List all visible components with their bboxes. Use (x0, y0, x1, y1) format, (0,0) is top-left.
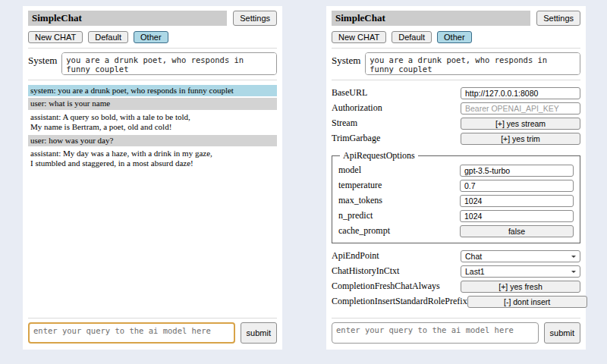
model-input[interactable] (460, 165, 574, 177)
settings-label-apiendpoint: ApiEndPoint (332, 250, 379, 262)
settings-row-cache-prompt: cache_promptfalse (338, 224, 574, 237)
chevron-down-icon (571, 256, 576, 260)
session-button-other[interactable]: Other (134, 31, 168, 43)
api-request-options-fieldset: ApiRequestOptions modeltemperaturemax_to… (332, 150, 580, 243)
chat-message-system: system: you are a drunk poet, who respon… (28, 85, 277, 96)
chathistoryinctxt-select[interactable]: Last1 (461, 265, 580, 278)
chat-message-assistant: assistant: My day was a haze, with a dri… (28, 148, 277, 170)
system-prompt-label: System (332, 52, 360, 75)
chevron-down-icon (571, 271, 576, 275)
spacer (28, 171, 277, 313)
settings-label-max-tokens: max_tokens (338, 195, 382, 206)
trimgarbage-toggle-button[interactable]: [+] yes trim (461, 133, 580, 145)
settings-row-stream: Stream[+] yes stream (332, 117, 580, 130)
session-button-default[interactable]: Default (392, 31, 432, 43)
api-request-options-legend: ApiRequestOptions (340, 150, 418, 162)
baseurl-input[interactable] (461, 87, 580, 99)
settings-rows-bottom: ApiEndPointChatChatHistoryInCtxtLast1Com… (332, 247, 580, 310)
session-button-other[interactable]: Other (437, 31, 472, 43)
session-buttons: DefaultOther (392, 31, 471, 43)
settings-label-completionfreshchatalways: CompletionFreshChatAlways (332, 281, 440, 292)
settings-panel: SimpleChat Settings New CHAT DefaultOthe… (326, 6, 586, 350)
max-tokens-input[interactable] (460, 195, 574, 207)
authorization-input[interactable] (461, 102, 580, 115)
system-prompt-input[interactable]: you are a drunk poet, who responds in fu… (365, 52, 580, 75)
divider (28, 48, 277, 49)
divider (332, 318, 580, 318)
completioninsertstandardroleprefix-toggle-button[interactable]: [-] dont insert (467, 296, 587, 308)
system-prompt-row: System you are a drunk poet, who respond… (28, 52, 277, 75)
submit-button[interactable]: submit (241, 322, 277, 344)
settings-row-completioninsertstandardroleprefix: CompletionInsertStandardRolePrefix[-] do… (332, 295, 580, 308)
settings-label-stream: Stream (332, 118, 357, 129)
query-row: submit (28, 322, 277, 344)
session-buttons: DefaultOther (88, 31, 168, 43)
settings-label-authorization: Authorization (332, 102, 382, 114)
system-prompt-row: System you are a drunk poet, who respond… (332, 52, 580, 75)
n-predict-input[interactable] (460, 210, 574, 222)
header: SimpleChat Settings (332, 11, 580, 26)
divider (28, 80, 277, 80)
new-chat-button[interactable]: New CHAT (332, 31, 386, 43)
apiendpoint-select[interactable]: Chat (461, 250, 580, 262)
settings-label-chathistoryinctxt: ChatHistoryInCtxt (332, 265, 399, 277)
completionfreshchatalways-toggle-button[interactable]: [+] yes fresh (461, 281, 580, 293)
divider (28, 318, 277, 318)
chat-message-list: system: you are a drunk poet, who respon… (28, 85, 277, 171)
divider (332, 80, 580, 80)
chat-message-assistant: assistant: A query so bold, with a tale … (28, 111, 277, 133)
settings-label-n-predict: n_predict (338, 210, 373, 221)
settings-button[interactable]: Settings (233, 11, 277, 26)
settings-row-chathistoryinctxt: ChatHistoryInCtxtLast1 (332, 265, 580, 278)
session-bar: New CHAT DefaultOther (28, 31, 277, 43)
page: { "app": { "title": "SimpleChat", "setti… (0, 0, 607, 364)
settings-label-temperature: temperature (338, 180, 382, 191)
new-chat-button[interactable]: New CHAT (28, 31, 83, 43)
session-button-default[interactable]: Default (88, 31, 128, 43)
spacer (332, 310, 580, 313)
settings-row-n-predict: n_predict (338, 209, 574, 222)
chat-message-user: user: what is your name (28, 98, 277, 109)
query-input[interactable] (28, 322, 235, 344)
session-bar: New CHAT DefaultOther (332, 31, 580, 43)
settings-row-max-tokens: max_tokens (338, 194, 574, 207)
stream-toggle-button[interactable]: [+] yes stream (461, 118, 580, 130)
divider (332, 48, 580, 49)
settings-label-cache-prompt: cache_prompt (338, 225, 390, 237)
system-prompt-label: System (28, 52, 57, 75)
settings-rows-top: BaseURLAuthorizationStream[+] yes stream… (332, 84, 580, 147)
app-title: SimpleChat (332, 11, 530, 26)
query-input[interactable] (332, 322, 539, 344)
selected-option: Last1 (465, 267, 485, 276)
settings-row-model: model (338, 164, 574, 177)
selected-option: Chat (465, 252, 482, 261)
settings-rows-api-request-options: modeltemperaturemax_tokensn_predictcache… (338, 164, 574, 237)
cache-prompt-toggle-button[interactable]: false (460, 225, 574, 237)
settings-row-apiendpoint: ApiEndPointChat (332, 249, 580, 262)
settings-button[interactable]: Settings (536, 11, 580, 26)
settings-row-trimgarbage: TrimGarbage[+] yes trim (332, 132, 580, 145)
chat-message-user: user: how was your day? (28, 135, 277, 146)
settings-row-temperature: temperature (338, 179, 574, 192)
settings-label-baseurl: BaseURL (332, 87, 367, 99)
settings-label-model: model (338, 165, 361, 176)
header: SimpleChat Settings (28, 11, 277, 26)
app-title: SimpleChat (28, 11, 227, 26)
settings-row-baseurl: BaseURL (332, 86, 580, 99)
settings-row-authorization: Authorization (332, 102, 580, 115)
chat-panel: SimpleChat Settings New CHAT DefaultOthe… (23, 6, 282, 350)
system-prompt-input[interactable]: you are a drunk poet, who responds in fu… (61, 52, 277, 75)
settings-label-completioninsertstandardroleprefix: CompletionInsertStandardRolePrefix (332, 296, 467, 307)
temperature-input[interactable] (460, 180, 574, 192)
settings-label-trimgarbage: TrimGarbage (332, 133, 380, 144)
submit-button[interactable]: submit (544, 322, 580, 344)
settings-row-completionfreshchatalways: CompletionFreshChatAlways[+] yes fresh (332, 280, 580, 293)
query-row: submit (332, 322, 580, 344)
